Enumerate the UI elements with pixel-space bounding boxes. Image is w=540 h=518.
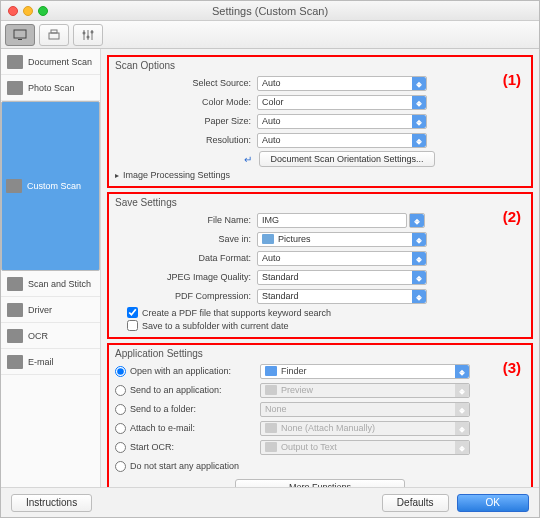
sidebar-item-ocr[interactable]: OCR xyxy=(1,323,100,349)
do-not-start-radio[interactable] xyxy=(115,461,126,472)
paper-size-label: Paper Size: xyxy=(115,116,257,126)
open-with-label: Open with an application: xyxy=(130,366,260,376)
svg-rect-0 xyxy=(14,30,26,38)
attach-email-label: Attach to e-mail: xyxy=(130,423,260,433)
application-settings-panel: (3) Application Settings Open with an ap… xyxy=(107,343,533,487)
pdf-compression-dropdown[interactable]: Standard xyxy=(257,289,427,304)
sidebar-item-label: Driver xyxy=(28,305,52,315)
zoom-icon[interactable] xyxy=(38,6,48,16)
save-subfolder-checkbox[interactable] xyxy=(127,320,138,331)
chevron-updown-icon xyxy=(455,441,469,454)
jpeg-quality-dropdown[interactable]: Standard xyxy=(257,270,427,285)
ok-button[interactable]: OK xyxy=(457,494,529,512)
save-settings-panel: (2) Save Settings File Name:IMG Save in:… xyxy=(107,192,533,339)
checkbox-label: Create a PDF file that supports keyword … xyxy=(142,308,331,318)
select-source-dropdown[interactable]: Auto xyxy=(257,76,427,91)
toolbar xyxy=(1,21,539,49)
chevron-updown-icon xyxy=(455,403,469,416)
color-mode-dropdown[interactable]: Color xyxy=(257,95,427,110)
svg-rect-1 xyxy=(18,39,22,40)
return-icon: ↵ xyxy=(241,153,255,165)
scan-options-panel: (1) Scan Options Select Source:Auto Colo… xyxy=(107,55,533,188)
toolbar-scan-from-computer[interactable] xyxy=(5,24,35,46)
preview-icon xyxy=(265,385,277,395)
chevron-updown-icon xyxy=(410,214,424,227)
save-in-dropdown[interactable]: Pictures xyxy=(257,232,427,247)
chevron-updown-icon xyxy=(455,365,469,378)
toolbar-general-settings[interactable] xyxy=(73,24,103,46)
checkbox-label: Save to a subfolder with current date xyxy=(142,321,289,331)
sidebar-item-email[interactable]: E-mail xyxy=(1,349,100,375)
pdf-compression-label: PDF Compression: xyxy=(115,291,257,301)
svg-rect-3 xyxy=(51,30,57,33)
chevron-updown-icon xyxy=(412,134,426,147)
attach-email-radio[interactable] xyxy=(115,423,126,434)
folder-icon xyxy=(262,234,274,244)
sidebar: Document Scan Photo Scan Custom Scan Sca… xyxy=(1,49,101,487)
data-format-dropdown[interactable]: Auto xyxy=(257,251,427,266)
svg-point-7 xyxy=(83,31,86,34)
send-to-app-label: Send to an application: xyxy=(130,385,260,395)
mail-icon xyxy=(265,423,277,433)
file-name-history-dropdown[interactable] xyxy=(409,213,425,228)
resolution-dropdown[interactable]: Auto xyxy=(257,133,427,148)
image-processing-disclosure[interactable]: Image Processing Settings xyxy=(115,170,525,180)
close-icon[interactable] xyxy=(8,6,18,16)
do-not-start-label: Do not start any application xyxy=(130,461,239,471)
svg-rect-2 xyxy=(49,33,59,39)
sidebar-item-label: E-mail xyxy=(28,357,54,367)
sidebar-item-label: Document Scan xyxy=(28,57,92,67)
sidebar-item-document-scan[interactable]: Document Scan xyxy=(1,49,100,75)
color-mode-label: Color Mode: xyxy=(115,97,257,107)
jpeg-quality-label: JPEG Image Quality: xyxy=(115,272,257,282)
photo-icon xyxy=(7,81,23,95)
defaults-button[interactable]: Defaults xyxy=(382,494,449,512)
sidebar-item-custom-scan[interactable]: Custom Scan xyxy=(1,101,100,271)
chevron-updown-icon xyxy=(455,422,469,435)
settings-window: Settings (Custom Scan) Document Scan Pho… xyxy=(0,0,540,518)
attach-email-dropdown: None (Attach Manually) xyxy=(260,421,470,436)
chevron-updown-icon xyxy=(412,115,426,128)
svg-point-8 xyxy=(87,35,90,38)
sidebar-item-label: Custom Scan xyxy=(27,181,81,191)
start-ocr-radio[interactable] xyxy=(115,442,126,453)
open-with-radio[interactable] xyxy=(115,366,126,377)
sidebar-item-photo-scan[interactable]: Photo Scan xyxy=(1,75,100,101)
chevron-updown-icon xyxy=(412,233,426,246)
titlebar: Settings (Custom Scan) xyxy=(1,1,539,21)
footer: Instructions Defaults OK xyxy=(1,487,539,517)
open-with-dropdown[interactable]: Finder xyxy=(260,364,470,379)
ocr-icon xyxy=(7,329,23,343)
more-functions-button[interactable]: More Functions xyxy=(235,479,405,487)
file-name-input[interactable]: IMG xyxy=(257,213,407,228)
send-to-folder-dropdown: None xyxy=(260,402,470,417)
send-to-folder-label: Send to a folder: xyxy=(130,404,260,414)
finder-icon xyxy=(265,366,277,376)
panel-title: Application Settings xyxy=(115,348,525,359)
file-name-label: File Name: xyxy=(115,215,257,225)
paper-size-dropdown[interactable]: Auto xyxy=(257,114,427,129)
data-format-label: Data Format: xyxy=(115,253,257,263)
custom-icon xyxy=(6,179,22,193)
sidebar-item-scan-and-stitch[interactable]: Scan and Stitch xyxy=(1,271,100,297)
send-to-app-radio[interactable] xyxy=(115,385,126,396)
minimize-icon[interactable] xyxy=(23,6,33,16)
send-to-folder-radio[interactable] xyxy=(115,404,126,415)
orientation-settings-button[interactable]: Document Scan Orientation Settings... xyxy=(259,151,435,167)
svg-point-9 xyxy=(91,30,94,33)
toolbar-scan-from-panel[interactable] xyxy=(39,24,69,46)
content: (1) Scan Options Select Source:Auto Colo… xyxy=(101,49,539,487)
document-icon xyxy=(7,55,23,69)
pdf-keyword-search-checkbox[interactable] xyxy=(127,307,138,318)
panel-number: (1) xyxy=(503,71,521,88)
sidebar-item-label: OCR xyxy=(28,331,48,341)
sliders-icon xyxy=(81,29,95,41)
instructions-button[interactable]: Instructions xyxy=(11,494,92,512)
driver-icon xyxy=(7,303,23,317)
chevron-updown-icon xyxy=(412,290,426,303)
sidebar-item-driver[interactable]: Driver xyxy=(1,297,100,323)
chevron-updown-icon xyxy=(412,96,426,109)
panel-number: (3) xyxy=(503,359,521,376)
sidebar-item-label: Scan and Stitch xyxy=(28,279,91,289)
email-icon xyxy=(7,355,23,369)
